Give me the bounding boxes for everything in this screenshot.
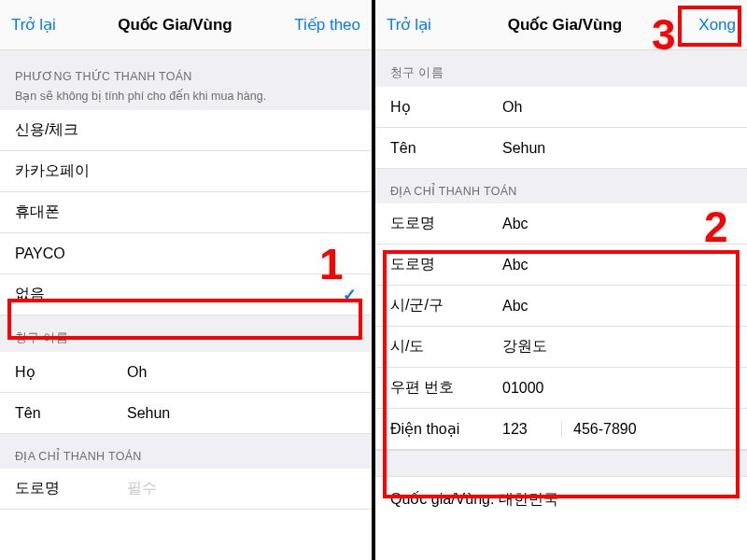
postal-input[interactable]: 01000 [502, 380, 732, 397]
surname-input[interactable]: Oh [127, 364, 357, 381]
city-row[interactable]: 시/군/구 Abc [375, 286, 747, 327]
phone-number-input[interactable]: 456-7890 [562, 421, 637, 438]
field-label: 우편 번호 [390, 378, 502, 398]
street2-row[interactable]: 도로명 Abc [375, 245, 747, 286]
firstname-input[interactable]: Sehun [127, 405, 357, 422]
province-input[interactable]: 강원도 [502, 337, 732, 357]
payment-option-label: 카카오페이 [15, 161, 90, 181]
billing-name-header: 청구 이름 [375, 50, 747, 87]
payment-option[interactable]: 신용/체크 [0, 110, 372, 151]
firstname-row[interactable]: Tên Sehun [0, 393, 372, 434]
field-label: 도로명 [15, 479, 127, 498]
nav-header: Trở lại Quốc Gia/Vùng Tiếp theo [0, 0, 372, 50]
country-region-row[interactable]: Quốc gia/Vùng: 대한민국 [375, 476, 747, 523]
section-gap [375, 450, 747, 476]
billing-address-header: ĐỊA CHỈ THANH TOÁN [0, 434, 372, 469]
nav-title: Quốc Gia/Vùng [508, 15, 622, 35]
payment-option-label: 신용/체크 [15, 120, 78, 140]
payment-section-subtext: Bạn sẽ không bị tính phí cho đến khi mua… [0, 89, 372, 110]
street2-input[interactable]: Abc [502, 257, 732, 273]
right-panel: Trở lại Quốc Gia/Vùng Xong 청구 이름 Họ Oh T… [375, 0, 747, 560]
payment-option-none[interactable]: 없음 ✓ [0, 274, 372, 315]
phone-row[interactable]: Điện thoại 123 456-7890 [375, 409, 747, 450]
nav-title: Quốc Gia/Vùng [118, 15, 232, 35]
payment-option[interactable]: 카카오페이 [0, 151, 372, 192]
street1-row[interactable]: 도로명 Abc [375, 203, 747, 245]
payment-option-label: 없음 [15, 285, 45, 304]
field-label: Tên [15, 405, 127, 422]
field-label: Họ [15, 363, 127, 381]
payment-option[interactable]: PAYCO [0, 233, 372, 274]
payment-option[interactable]: 휴대폰 [0, 192, 372, 233]
billing-address-header: ĐỊA CHỈ THANH TOÁN [375, 169, 747, 203]
field-label: 도로명 [390, 214, 502, 233]
payment-option-label: PAYCO [15, 245, 65, 262]
left-panel: Trở lại Quốc Gia/Vùng Tiếp theo PHƯƠNG T… [0, 0, 372, 560]
firstname-input[interactable]: Sehun [502, 140, 732, 157]
street-input[interactable]: 필수 [127, 479, 157, 498]
city-input[interactable]: Abc [502, 298, 732, 315]
field-label: 도로명 [390, 255, 502, 274]
back-button[interactable]: Trở lại [387, 15, 431, 35]
payment-option-label: 휴대폰 [15, 203, 60, 222]
field-label: 시/도 [390, 337, 502, 357]
field-label: Họ [390, 98, 502, 116]
checkmark-icon: ✓ [343, 285, 357, 305]
surname-input[interactable]: Oh [502, 99, 732, 116]
firstname-row[interactable]: Tên Sehun [375, 128, 747, 169]
payment-section-header: PHƯƠNG THỨC THANH TOÁN [0, 50, 372, 89]
phone-area-input[interactable]: 123 [502, 421, 562, 438]
done-button[interactable]: Xong [698, 16, 736, 35]
province-row[interactable]: 시/도 강원도 [375, 327, 747, 368]
surname-row[interactable]: Họ Oh [375, 87, 747, 128]
back-button[interactable]: Trở lại [11, 15, 56, 35]
field-label: Tên [390, 140, 502, 157]
country-region-text: Quốc gia/Vùng: 대한민국 [390, 491, 558, 507]
next-button[interactable]: Tiếp theo [294, 15, 360, 35]
billing-name-header: 청구 이름 [0, 315, 372, 352]
street-row[interactable]: 도로명 필수 [0, 469, 372, 510]
field-label: 시/군/구 [390, 296, 502, 315]
street1-input[interactable]: Abc [502, 216, 732, 232]
nav-header: Trở lại Quốc Gia/Vùng Xong [375, 0, 747, 50]
surname-row[interactable]: Họ Oh [0, 352, 372, 393]
postal-row[interactable]: 우편 번호 01000 [375, 368, 747, 409]
field-label: Điện thoại [390, 420, 502, 438]
